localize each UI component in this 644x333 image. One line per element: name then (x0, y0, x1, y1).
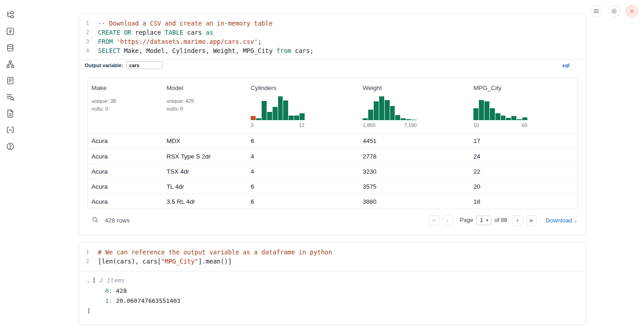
code-text: [len(cars), cars["MPG_City"].mean()] (89, 257, 232, 266)
documentation-icon[interactable] (5, 109, 15, 118)
column-label: MPG_City (473, 84, 574, 93)
output-tree-close: ] (79, 306, 586, 316)
datasources-icon[interactable] (5, 43, 15, 52)
output-entries: 0: 4281: 20.060747663551403 (79, 286, 586, 306)
column-stats: unique: 425nulls: 0 (166, 97, 243, 113)
table-row[interactable]: Acura3.5 RL 4dr6388018 (88, 194, 577, 209)
python-cell: 1# We can reference the output variable … (79, 242, 586, 325)
table-cell: 24 (470, 153, 577, 160)
gear-icon (611, 8, 617, 15)
line-number: 1 (79, 248, 89, 257)
search-icon[interactable] (91, 216, 99, 224)
table-cell: 4 (247, 168, 359, 175)
sql-code-editor[interactable]: 1-- Download a CSV and create an in-memo… (79, 14, 586, 59)
column-header-cylinders[interactable]: Cylinders312 (247, 78, 359, 133)
histogram-bars (251, 96, 305, 120)
close-button[interactable] (626, 5, 638, 17)
chevron-down-icon: ▼ (485, 218, 489, 222)
open-bracket: [ (92, 277, 96, 284)
file-explorer-icon[interactable] (5, 10, 15, 19)
table-row[interactable]: AcuraTSX 4dr4323022 (88, 164, 577, 179)
table-cell: RSX Type S 2dr (163, 153, 247, 160)
window-controls (590, 5, 638, 17)
table-cell: Acura (88, 183, 163, 190)
code-line[interactable]: 1# We can reference the output variable … (79, 248, 586, 257)
output-entry: 1: 20.060747663551403 (79, 296, 586, 306)
column-label: Weight (363, 84, 466, 93)
code-line[interactable]: 2⌄CREATE OR replace TABLE cars as (79, 28, 586, 37)
last-page-button[interactable]: » (526, 215, 537, 226)
column-header-weight[interactable]: Weight1,8507,190 (359, 78, 470, 133)
table-cell: 3230 (359, 168, 470, 175)
output-variable-input[interactable] (126, 61, 163, 69)
table-cell: 6 (247, 137, 359, 144)
logs-icon[interactable] (5, 92, 15, 101)
table-row[interactable]: AcuraRSX Type S 2dr4277824 (88, 148, 577, 164)
python-code-editor[interactable]: 1# We can reference the output variable … (79, 243, 586, 271)
first-page-button[interactable]: « (429, 215, 439, 226)
output-tree-root[interactable]: ⌄[2 Items (79, 275, 586, 286)
code-line[interactable]: 4SELECT Make, Model, Cylinders, Weight, … (79, 46, 586, 55)
snippets-icon[interactable] (5, 125, 15, 134)
code-text: -- Download a CSV and create an in-memor… (89, 19, 273, 28)
pagination: « ‹ Page 1 ▼ of 86 › » (429, 215, 537, 226)
prev-page-button[interactable]: ‹ (442, 215, 453, 226)
line-number: 4 (79, 46, 89, 55)
code-line[interactable]: 1-- Download a CSV and create an in-memo… (79, 19, 586, 28)
table-row[interactable]: AcuraTL 4dr6357520 (88, 179, 577, 194)
collapse-chevron-icon[interactable]: ⌄ (87, 278, 90, 283)
line-number: 2⌄ (79, 28, 89, 37)
page-select[interactable]: 1 ▼ (476, 216, 491, 225)
download-button[interactable]: Download ⌄ (546, 217, 578, 224)
table-cell: 4 (247, 153, 359, 160)
line-number: 3 (79, 37, 89, 46)
chevron-down-icon: ⌄ (574, 218, 578, 223)
table-cell: Acura (88, 153, 163, 160)
column-histogram[interactable]: 312 (251, 96, 305, 128)
table-header: Makeunique: 38nulls: 0Modelunique: 425nu… (88, 78, 577, 133)
page-select-value: 1 (480, 217, 483, 223)
python-output: ⌄[2 Items 0: 4281: 20.060747663551403 ] (79, 271, 586, 316)
table-cell: 18 (470, 198, 577, 205)
scratchpad-icon[interactable] (5, 76, 15, 85)
line-number: 1 (79, 19, 89, 28)
column-label: Make (91, 84, 159, 93)
column-header-make[interactable]: Makeunique: 38nulls: 0 (88, 78, 163, 133)
column-label: Cylinders (251, 84, 355, 93)
menu-button[interactable] (590, 5, 602, 17)
fold-chevron-icon[interactable]: ⌄ (91, 32, 93, 42)
settings-button[interactable] (608, 5, 620, 17)
table-cell: TL 4dr (163, 183, 247, 190)
table-cell: 20 (470, 183, 577, 190)
table-cell: 22 (470, 168, 577, 175)
histogram-range-labels: 1060 (473, 122, 527, 128)
code-line[interactable]: 2[len(cars), cars["MPG_City"].mean()] (79, 257, 586, 266)
code-line[interactable]: 3FROM 'https://datasets.marimo.app/cars.… (79, 37, 586, 46)
help-icon[interactable] (5, 142, 15, 151)
sidebar (0, 0, 20, 151)
table-cell: 3575 (359, 183, 470, 190)
table-cell: 4451 (359, 137, 470, 144)
histogram-bars (473, 96, 527, 120)
close-icon (628, 8, 635, 15)
table-cell: 3.5 RL 4dr (163, 198, 247, 205)
table-cell: 3880 (359, 198, 470, 205)
histogram-bars (363, 96, 417, 120)
close-bracket: ] (87, 307, 91, 314)
column-header-model[interactable]: Modelunique: 425nulls: 0 (163, 78, 247, 133)
variables-icon[interactable] (5, 26, 15, 36)
output-entry: 0: 428 (79, 286, 586, 296)
column-stats: unique: 38nulls: 0 (91, 97, 159, 113)
page-total-label: of 86 (494, 217, 507, 223)
column-histogram[interactable]: 1060 (473, 96, 527, 128)
code-text: SELECT Make, Model, Cylinders, Weight, M… (89, 46, 313, 55)
code-text: CREATE OR replace TABLE cars as (89, 28, 213, 37)
next-page-button[interactable]: › (512, 215, 523, 226)
column-histogram[interactable]: 1,8507,190 (363, 96, 417, 128)
dependency-graph-icon[interactable] (5, 59, 15, 69)
sql-cell: 1-- Download a CSV and create an in-memo… (79, 14, 586, 236)
table-row[interactable]: AcuraMDX6445117 (88, 133, 577, 148)
download-label: Download (546, 217, 572, 224)
column-header-mpg_city[interactable]: MPG_City1060 (470, 78, 577, 133)
table-cell: Acura (88, 168, 163, 175)
